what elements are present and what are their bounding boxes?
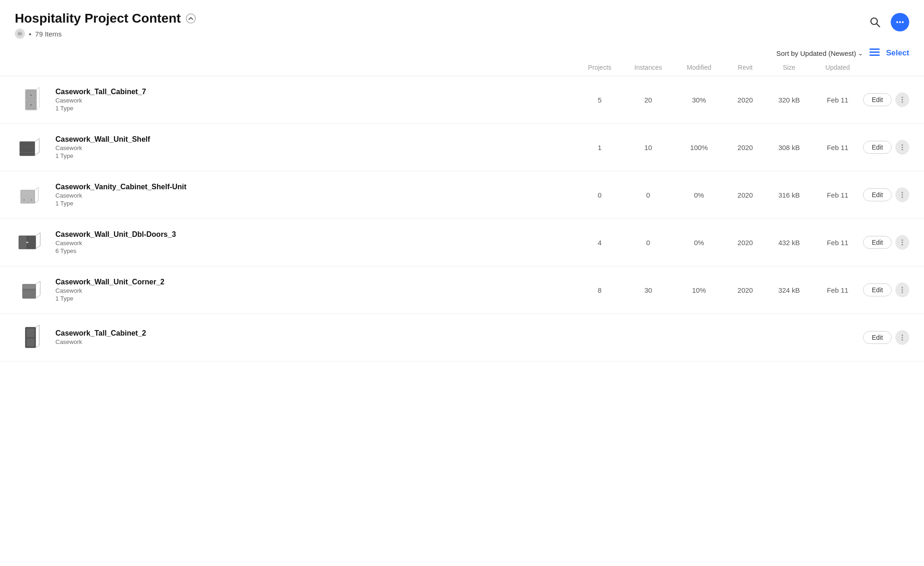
item-projects: 4	[577, 239, 623, 247]
svg-line-59	[36, 281, 40, 284]
sort-chevron-icon: ⌄	[858, 50, 863, 57]
row-actions: Edit	[863, 235, 909, 250]
table-row: Casework_Wall_Unit_Shelf Casework 1 Type…	[0, 124, 924, 171]
item-updated: Feb 11	[812, 96, 863, 104]
items-list: Casework_Tall_Cabinet_7 Casework 1 Type …	[0, 76, 924, 361]
col-header-projects: Projects	[577, 64, 623, 71]
svg-rect-25	[20, 147, 35, 152]
svg-point-49	[27, 242, 29, 243]
edit-button[interactable]: Edit	[863, 331, 892, 344]
svg-line-17	[36, 87, 39, 90]
svg-point-16	[30, 104, 32, 106]
item-types: 6 Types	[55, 247, 577, 254]
col-header-instances: Instances	[623, 64, 674, 71]
column-headers: Projects Instances Modified Revit Size U…	[0, 64, 924, 76]
item-info: Casework_Wall_Unit_Shelf Casework 1 Type	[55, 135, 577, 159]
item-name: Casework_Tall_Cabinet_7	[55, 88, 577, 96]
item-thumbnail	[15, 84, 47, 116]
item-size: 316 kB	[766, 191, 812, 199]
col-header-updated: Updated	[812, 64, 863, 71]
item-thumbnail	[15, 179, 47, 211]
list-view-button[interactable]	[869, 46, 881, 60]
svg-rect-26	[20, 153, 35, 156]
row-more-button[interactable]	[895, 187, 909, 202]
item-category: Casework	[55, 145, 577, 151]
svg-line-27	[35, 138, 39, 142]
item-info: Casework_Wall_Unit_Corner_2 Casework 1 T…	[55, 278, 577, 302]
svg-point-6	[896, 21, 898, 23]
svg-rect-47	[27, 236, 36, 249]
svg-point-55	[902, 244, 903, 246]
more-options-button[interactable]	[891, 13, 909, 31]
svg-rect-58	[23, 290, 36, 298]
item-instances: 20	[623, 96, 674, 104]
edit-button[interactable]: Edit	[863, 93, 892, 106]
sort-selector[interactable]: Sort by Updated (Newest) ⌄	[776, 49, 863, 57]
row-more-button[interactable]	[895, 330, 909, 345]
item-types: 1 Type	[55, 200, 577, 207]
header: Hospitality Project Content ● 79 Items	[0, 0, 924, 39]
item-projects: 8	[577, 286, 623, 294]
toolbar: Sort by Updated (Newest) ⌄ Select	[0, 39, 924, 64]
item-info: Casework_Wall_Unit_Dbl-Doors_3 Casework …	[55, 230, 577, 254]
svg-rect-67	[26, 338, 35, 347]
edit-button[interactable]: Edit	[863, 188, 892, 201]
item-thumbnail	[15, 274, 47, 306]
svg-point-53	[902, 240, 903, 241]
item-modified: 100%	[674, 144, 724, 151]
item-revit: 2020	[724, 144, 766, 151]
svg-point-20	[902, 97, 903, 98]
item-types: 1 Type	[55, 152, 577, 159]
row-more-button[interactable]	[895, 140, 909, 155]
item-thumbnail	[15, 321, 47, 354]
page-title: Hospitality Project Content	[15, 11, 181, 26]
item-projects: 0	[577, 191, 623, 199]
edit-button[interactable]: Edit	[863, 283, 892, 296]
item-count: 79 Items	[35, 30, 62, 38]
svg-line-68	[36, 325, 39, 327]
item-modified: 0%	[674, 191, 724, 199]
item-updated: Feb 11	[812, 191, 863, 199]
collapse-icon[interactable]	[185, 13, 196, 24]
item-revit: 2020	[724, 239, 766, 247]
svg-point-0	[186, 14, 195, 23]
item-instances: 0	[623, 239, 674, 247]
header-left: Hospitality Project Content ● 79 Items	[15, 11, 196, 39]
svg-point-7	[899, 21, 901, 23]
item-category: Casework	[55, 240, 577, 247]
row-more-button[interactable]	[895, 92, 909, 107]
svg-rect-11	[869, 54, 880, 56]
svg-point-1	[17, 31, 23, 36]
item-category: Casework	[55, 97, 577, 104]
item-name: Casework_Wall_Unit_Dbl-Doors_3	[55, 230, 577, 239]
row-more-button[interactable]	[895, 235, 909, 250]
edit-button[interactable]: Edit	[863, 236, 892, 249]
item-modified: 0%	[674, 239, 724, 247]
svg-point-30	[902, 145, 903, 146]
svg-point-38	[31, 199, 32, 201]
svg-line-60	[36, 295, 40, 298]
item-projects: 5	[577, 96, 623, 104]
svg-rect-24	[20, 142, 35, 146]
search-button[interactable]	[867, 14, 883, 30]
edit-button[interactable]: Edit	[863, 141, 892, 154]
svg-point-8	[902, 21, 904, 23]
svg-line-51	[36, 246, 40, 249]
row-more-button[interactable]	[895, 283, 909, 297]
table-row: Casework_Tall_Cabinet_2 Casework Edit	[0, 314, 924, 361]
row-actions: Edit	[863, 330, 909, 345]
item-updated: Feb 11	[812, 286, 863, 294]
svg-line-28	[35, 152, 39, 156]
svg-point-32	[902, 149, 903, 151]
item-modified: 30%	[674, 96, 724, 104]
item-instances: 10	[623, 144, 674, 151]
item-instances: 30	[623, 286, 674, 294]
svg-rect-3	[18, 34, 22, 35]
item-thumbnail	[15, 131, 47, 163]
select-button[interactable]: Select	[886, 48, 909, 58]
title-row: Hospitality Project Content	[15, 11, 196, 26]
svg-rect-57	[23, 284, 36, 289]
sort-label-text: Sort by Updated (Newest)	[776, 49, 856, 57]
svg-line-50	[36, 233, 40, 236]
svg-line-39	[35, 187, 38, 190]
